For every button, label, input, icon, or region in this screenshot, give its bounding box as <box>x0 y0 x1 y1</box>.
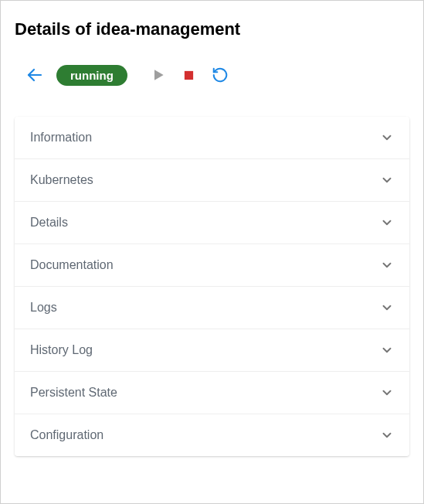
panel-label: Details <box>30 216 68 230</box>
restart-button[interactable] <box>205 61 236 89</box>
panel-documentation[interactable]: Documentation <box>15 244 409 287</box>
panel-configuration[interactable]: Configuration <box>15 414 409 456</box>
panel-label: Persistent State <box>30 386 117 400</box>
chevron-down-icon <box>380 216 394 230</box>
panel-persistent-state[interactable]: Persistent State <box>15 372 409 414</box>
svg-rect-2 <box>185 70 193 79</box>
panel-kubernetes[interactable]: Kubernetes <box>15 159 409 202</box>
play-icon <box>151 67 166 83</box>
back-button[interactable] <box>21 61 49 89</box>
panel-history-log[interactable]: History Log <box>15 329 409 372</box>
svg-marker-1 <box>154 70 164 80</box>
start-button[interactable] <box>143 61 174 89</box>
panel-information[interactable]: Information <box>15 117 409 159</box>
toolbar: running <box>15 61 409 89</box>
panel-label: Kubernetes <box>30 173 93 187</box>
stop-button[interactable] <box>174 61 205 89</box>
panel-details[interactable]: Details <box>15 202 409 244</box>
chevron-down-icon <box>380 131 394 145</box>
accordion-panels: Information Kubernetes Details Documenta… <box>15 117 409 456</box>
panel-label: Configuration <box>30 428 103 442</box>
stop-icon <box>183 70 195 81</box>
arrow-left-icon <box>25 66 44 84</box>
status-badge: running <box>56 65 127 86</box>
chevron-down-icon <box>380 386 394 400</box>
restart-icon <box>212 66 229 83</box>
page-title: Details of idea-management <box>15 19 409 39</box>
panel-label: Documentation <box>30 258 114 272</box>
chevron-down-icon <box>380 428 394 442</box>
panel-logs[interactable]: Logs <box>15 287 409 329</box>
chevron-down-icon <box>380 173 394 187</box>
panel-label: Logs <box>30 301 57 315</box>
details-page: Details of idea-management running <box>0 0 424 504</box>
panel-label: Information <box>30 131 92 145</box>
chevron-down-icon <box>380 343 394 357</box>
panel-label: History Log <box>30 343 93 357</box>
chevron-down-icon <box>380 301 394 315</box>
chevron-down-icon <box>380 258 394 272</box>
